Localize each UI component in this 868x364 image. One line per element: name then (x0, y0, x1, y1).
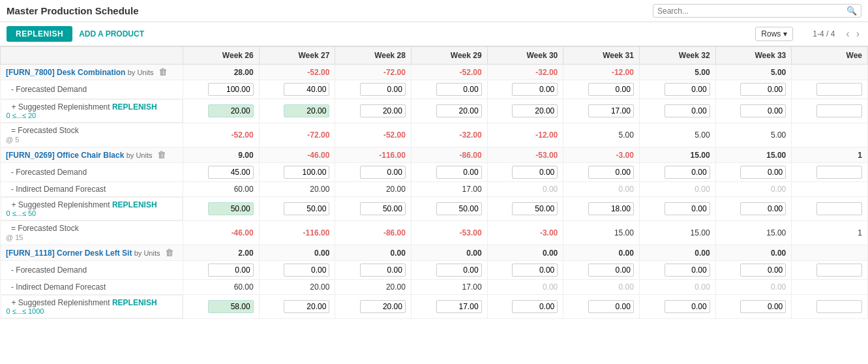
demand-input[interactable] (512, 264, 558, 277)
cell[interactable] (639, 261, 715, 280)
replenish-input[interactable] (740, 104, 786, 117)
replenish-action-link[interactable]: REPLENISH (112, 102, 157, 112)
cell[interactable] (639, 163, 715, 182)
replenish-input[interactable] (284, 104, 329, 117)
cell[interactable] (715, 163, 792, 182)
cell[interactable] (487, 80, 563, 99)
cell[interactable] (411, 261, 487, 280)
cell[interactable] (563, 197, 640, 221)
cell[interactable] (335, 295, 412, 319)
cell[interactable] (792, 80, 868, 99)
cell[interactable] (335, 80, 412, 99)
cell[interactable] (259, 261, 335, 280)
cell[interactable] (487, 99, 563, 123)
replenish-input[interactable] (360, 300, 406, 313)
replenish-input[interactable] (208, 300, 254, 313)
product-link[interactable]: [FURN_7800] Desk Combination (6, 68, 125, 77)
cell[interactable] (259, 80, 335, 99)
cell[interactable] (335, 261, 412, 280)
next-page-button[interactable]: › (854, 28, 861, 40)
cell[interactable] (259, 99, 335, 123)
cell[interactable] (639, 80, 715, 99)
replenish-input[interactable] (360, 202, 406, 215)
cell[interactable] (183, 261, 260, 280)
demand-input[interactable] (208, 83, 254, 96)
prev-page-button[interactable]: ‹ (844, 28, 851, 40)
cell[interactable] (639, 295, 715, 319)
search-input[interactable] (657, 7, 846, 16)
add-product-button[interactable]: ADD A PRODUCT (79, 29, 144, 38)
cell[interactable] (639, 197, 715, 221)
replenish-input[interactable] (512, 202, 558, 215)
cell[interactable] (335, 163, 412, 182)
replenish-input[interactable] (512, 300, 558, 313)
cell[interactable] (411, 163, 487, 182)
cell[interactable] (563, 295, 640, 319)
cell[interactable] (259, 163, 335, 182)
demand-input[interactable] (512, 166, 558, 179)
replenish-input[interactable] (665, 202, 710, 215)
replenish-input[interactable] (816, 104, 862, 117)
cell[interactable] (792, 163, 868, 182)
product-link[interactable]: [FURN_0269] Office Chair Black (6, 151, 124, 160)
cell[interactable] (259, 197, 335, 221)
demand-input[interactable] (816, 264, 862, 277)
replenish-input[interactable] (816, 202, 862, 215)
delete-product-icon[interactable]: 🗑 (158, 67, 167, 77)
delete-product-icon[interactable]: 🗑 (165, 248, 173, 258)
demand-input[interactable] (588, 166, 634, 179)
replenish-input[interactable] (740, 300, 786, 313)
cell[interactable] (563, 99, 640, 123)
cell[interactable] (487, 197, 563, 221)
product-link[interactable]: [FURN_1118] Corner Desk Left Sit (6, 249, 132, 258)
cell[interactable] (792, 261, 868, 280)
demand-input[interactable] (208, 264, 254, 277)
cell[interactable] (183, 197, 260, 221)
cell[interactable] (183, 99, 260, 123)
demand-input[interactable] (360, 83, 406, 96)
cell[interactable] (335, 99, 412, 123)
cell[interactable] (792, 99, 868, 123)
cell[interactable] (183, 163, 260, 182)
replenish-input[interactable] (360, 104, 406, 117)
replenish-input[interactable] (436, 202, 482, 215)
demand-input[interactable] (816, 83, 862, 96)
cell[interactable] (715, 197, 792, 221)
replenish-input[interactable] (665, 300, 710, 313)
replenish-input[interactable] (284, 202, 329, 215)
cell[interactable] (715, 295, 792, 319)
cell[interactable] (715, 80, 792, 99)
cell[interactable] (411, 295, 487, 319)
cell[interactable] (792, 197, 868, 221)
cell[interactable] (411, 99, 487, 123)
replenish-input[interactable] (816, 300, 862, 313)
replenish-input[interactable] (436, 104, 482, 117)
replenish-action-link[interactable]: REPLENISH (112, 200, 157, 209)
cell[interactable] (411, 80, 487, 99)
cell[interactable] (715, 261, 792, 280)
demand-input[interactable] (665, 166, 710, 179)
cell[interactable] (563, 80, 640, 99)
replenish-button[interactable]: REPLENISH (7, 26, 72, 42)
demand-input[interactable] (740, 83, 786, 96)
cell[interactable] (563, 163, 640, 182)
demand-input[interactable] (284, 264, 329, 277)
demand-input[interactable] (665, 264, 710, 277)
cell[interactable] (792, 295, 868, 319)
cell[interactable] (183, 80, 260, 99)
demand-input[interactable] (436, 166, 482, 179)
demand-input[interactable] (740, 166, 786, 179)
replenish-input[interactable] (588, 202, 634, 215)
demand-input[interactable] (588, 83, 634, 96)
replenish-input[interactable] (588, 104, 634, 117)
demand-input[interactable] (436, 264, 482, 277)
replenish-action-link[interactable]: REPLENISH (112, 298, 157, 307)
demand-input[interactable] (360, 264, 406, 277)
cell[interactable] (487, 295, 563, 319)
cell[interactable] (487, 163, 563, 182)
cell[interactable] (487, 261, 563, 280)
demand-input[interactable] (436, 83, 482, 96)
replenish-input[interactable] (436, 300, 482, 313)
replenish-input[interactable] (208, 202, 254, 215)
replenish-input[interactable] (284, 300, 329, 313)
